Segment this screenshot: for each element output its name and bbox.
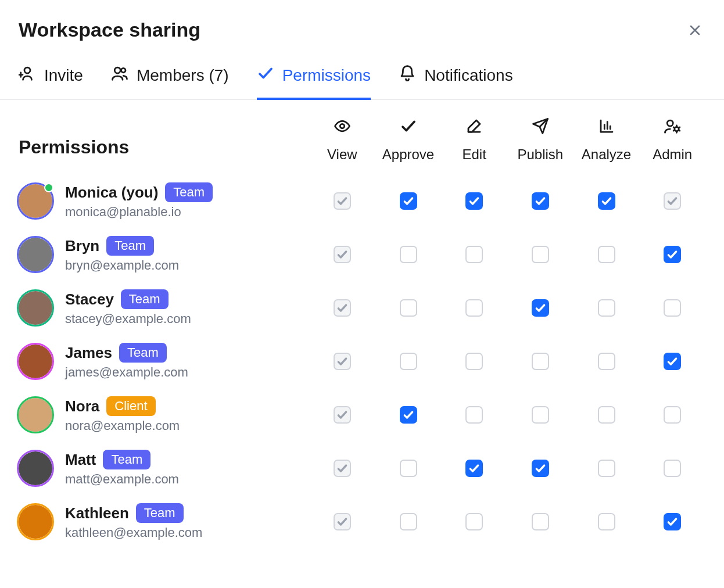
user-email: james@example.com	[65, 365, 188, 380]
modal-header: Workspace sharing	[19, 19, 705, 41]
check-cells	[309, 460, 705, 477]
checkbox-analyze[interactable]	[598, 460, 615, 477]
checkbox-edit[interactable]	[465, 406, 483, 424]
user-name-line: MattTeam	[65, 450, 179, 469]
avatar-ring	[17, 396, 54, 433]
user-email: matt@example.com	[65, 472, 179, 487]
perm-row: NoraClientnora@example.com	[19, 388, 705, 442]
checkbox-publish[interactable]	[532, 460, 549, 477]
tab-permissions[interactable]: Permissions	[257, 64, 371, 100]
avatar-ring	[17, 503, 54, 540]
checkbox-approve[interactable]	[400, 406, 417, 424]
role-badge: Team	[165, 182, 213, 202]
tab-members[interactable]: Members (7)	[111, 64, 229, 100]
check-cell-edit	[441, 246, 507, 263]
checkbox-publish[interactable]	[532, 406, 549, 424]
checkbox-edit[interactable]	[465, 246, 483, 263]
modal-title: Workspace sharing	[19, 19, 200, 41]
checkbox-admin[interactable]	[664, 460, 681, 477]
user-email: kathleen@example.com	[65, 525, 202, 540]
tab-invite[interactable]: Invite	[19, 64, 83, 100]
close-icon	[688, 23, 702, 37]
user-name-line: JamesTeam	[65, 343, 188, 363]
checkbox-approve[interactable]	[400, 460, 417, 477]
checkbox-admin	[664, 192, 681, 210]
user-cell: KathleenTeamkathleen@example.com	[19, 503, 309, 540]
check-cell-admin	[639, 406, 705, 424]
checkbox-approve[interactable]	[400, 192, 417, 210]
role-badge: Team	[136, 503, 184, 523]
check-cell-edit	[441, 460, 507, 477]
checkbox-admin[interactable]	[664, 406, 681, 424]
check-cell-view	[309, 246, 375, 263]
checkbox-publish[interactable]	[532, 513, 549, 530]
user-name: Monica (you)	[65, 184, 158, 202]
svg-point-2	[24, 67, 30, 73]
avatar-wrap	[19, 291, 52, 325]
checkbox-edit[interactable]	[465, 460, 483, 477]
user-name-line: StaceyTeam	[65, 289, 191, 309]
user-name: Stacey	[65, 291, 114, 309]
check-cells	[309, 192, 705, 210]
user-meta: KathleenTeamkathleen@example.com	[65, 503, 202, 540]
checkbox-admin[interactable]	[664, 299, 681, 317]
perm-col-label: Analyze	[582, 146, 631, 163]
checkbox-analyze[interactable]	[598, 299, 615, 317]
checkbox-analyze[interactable]	[598, 192, 615, 210]
user-meta: NoraClientnora@example.com	[65, 396, 180, 433]
close-button[interactable]	[684, 20, 705, 41]
avatar-ring	[17, 450, 54, 487]
check-cell-approve	[375, 246, 442, 263]
check-cell-publish	[507, 299, 574, 317]
checkbox-view	[334, 246, 351, 263]
avatar-wrap	[19, 505, 52, 539]
checkbox-admin[interactable]	[664, 353, 681, 370]
checkbox-publish[interactable]	[532, 192, 549, 210]
checkbox-admin[interactable]	[664, 246, 681, 263]
permissions-section: Permissions ViewApproveEditPublishAnalyz…	[19, 117, 705, 548]
user-cell: StaceyTeamstacey@example.com	[19, 289, 309, 327]
user-meta: StaceyTeamstacey@example.com	[65, 289, 191, 327]
checkbox-publish[interactable]	[532, 299, 549, 317]
user-meta: MattTeammatt@example.com	[65, 450, 179, 487]
checkbox-edit[interactable]	[465, 299, 483, 317]
checkbox-analyze[interactable]	[598, 353, 615, 370]
checkbox-admin[interactable]	[664, 513, 681, 530]
check-cell-admin	[639, 353, 705, 370]
online-status-dot	[44, 183, 53, 192]
check-cell-edit	[441, 192, 507, 210]
pencil-icon	[465, 117, 483, 138]
perm-col-label: Approve	[382, 146, 434, 163]
checkbox-analyze[interactable]	[598, 246, 615, 263]
checkbox-edit[interactable]	[465, 353, 483, 370]
user-name-line: BrynTeam	[65, 236, 179, 256]
checkbox-analyze[interactable]	[598, 406, 615, 424]
tab-notifications[interactable]: Notifications	[399, 64, 513, 100]
checkbox-approve[interactable]	[400, 246, 417, 263]
user-plus-icon	[19, 64, 36, 86]
tab-label: Notifications	[424, 66, 513, 85]
perm-col-analyze: Analyze	[574, 117, 640, 163]
send-icon	[532, 117, 549, 138]
checkbox-publish[interactable]	[532, 246, 549, 263]
checkbox-approve[interactable]	[400, 353, 417, 370]
check-cell-admin	[639, 460, 705, 477]
check-cells	[309, 353, 705, 370]
checkbox-publish[interactable]	[532, 353, 549, 370]
perm-row: KathleenTeamkathleen@example.com	[19, 495, 705, 548]
checkbox-edit[interactable]	[465, 192, 483, 210]
check-cell-publish	[507, 246, 574, 263]
checkbox-approve[interactable]	[400, 299, 417, 317]
checkbox-view	[334, 460, 351, 477]
checkbox-analyze[interactable]	[598, 513, 615, 530]
user-name: Nora	[65, 397, 99, 415]
check-cell-publish	[507, 353, 574, 370]
check-cell-edit	[441, 513, 507, 530]
perm-col-view: View	[309, 117, 375, 163]
workspace-sharing-modal: Workspace sharing InviteMembers (7)Permi…	[0, 0, 724, 560]
perm-col-label: View	[327, 146, 357, 163]
checkbox-approve[interactable]	[400, 513, 417, 530]
checkbox-edit[interactable]	[465, 513, 483, 530]
user-cell: JamesTeamjames@example.com	[19, 343, 309, 380]
bell-icon	[399, 64, 416, 86]
